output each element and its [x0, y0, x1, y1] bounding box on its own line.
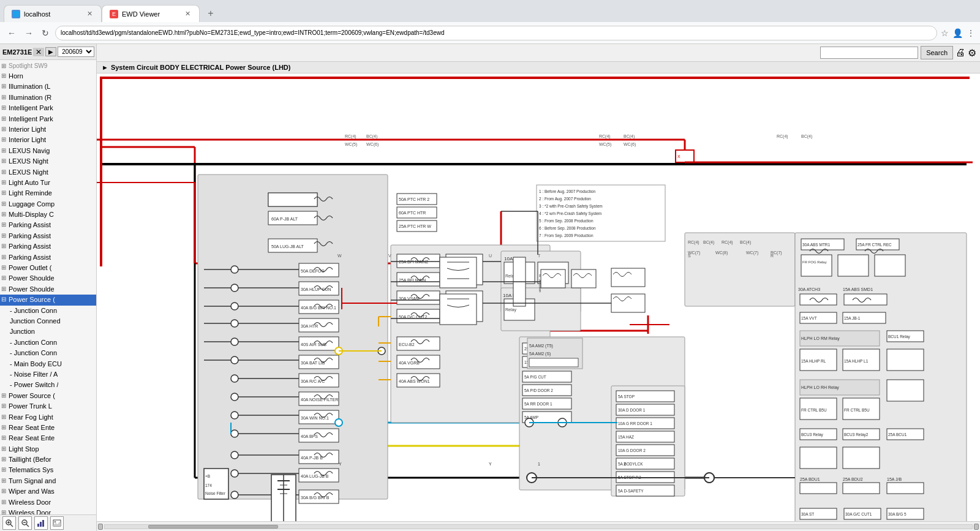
new-tab-button[interactable]: +	[202, 5, 219, 22]
sidebar-item-lexus-night1[interactable]: ⊞ LEXUS Night	[0, 156, 96, 167]
search-button[interactable]: Search	[921, 46, 953, 59]
expand-icon: ⊞	[1, 487, 7, 495]
svg-text:BC(4): BC(4)	[703, 240, 714, 245]
version-select[interactable]: 200609	[58, 47, 94, 57]
sidebar-item-multi-display[interactable]: ⊞ Multi-Display C	[0, 209, 96, 220]
zoom-out-button[interactable]	[18, 516, 32, 530]
light-stop-label: Light Stop	[9, 445, 39, 454]
sidebar-item-horn[interactable]: ⊞ Horn	[0, 71, 96, 81]
sidebar-item-stop-light[interactable]: ⊞ Light Stop	[0, 444, 96, 454]
print-icon[interactable]: 🖨	[956, 47, 965, 58]
sidebar-close-button[interactable]: ✕	[33, 48, 44, 56]
junction-conn-label: Junction Conned	[10, 317, 61, 326]
wiper-label: Wiper and Was	[9, 487, 55, 496]
forward-button[interactable]: →	[22, 27, 36, 39]
sidebar-item-intelligent-park1[interactable]: ⊞ Intelligent Park	[0, 103, 96, 113]
address-input[interactable]	[55, 26, 937, 40]
sidebar-item-parking2[interactable]: ⊞ Parking Assist	[0, 231, 96, 241]
sidebar-item-power-source2[interactable]: ⊞ Power Source (	[0, 391, 96, 401]
sidebar-item-rear-fog[interactable]: ⊞ Rear Fog Light	[0, 412, 96, 423]
sidebar-item-light-auto[interactable]: ⊞ Light Auto Tur	[0, 178, 96, 188]
sidebar-item-rear-seat2[interactable]: ⊞ Rear Seat Ente	[0, 433, 96, 443]
app-title: EM2731E	[2, 48, 32, 56]
scrollbar-thumb[interactable]	[148, 525, 278, 529]
sidebar-item-rear-seat1[interactable]: ⊞ Rear Seat Ente	[0, 423, 96, 433]
svg-text:40A B/G BRI NO.1: 40A B/G BRI NO.1	[301, 306, 336, 310]
sidebar-item-something[interactable]: ⊞ Spotlight SW9	[0, 61, 96, 71]
tab-close-localhost[interactable]: ✕	[86, 10, 94, 18]
sidebar-item-interior-light2[interactable]: ⊞ Interior Light	[0, 135, 96, 145]
sidebar-item-parking1[interactable]: ⊞ Parking Assist	[0, 220, 96, 230]
svg-text:25A PTC HTR W: 25A PTC HTR W	[399, 224, 431, 228]
zoom-in-button[interactable]	[2, 516, 16, 530]
expand-icon: ⊞	[1, 465, 7, 474]
reload-button[interactable]: ↻	[39, 27, 51, 39]
sidebar-nav-button[interactable]: ▶	[45, 47, 56, 56]
sidebar-item-parking4[interactable]: ⊞ Parking Assist	[0, 252, 96, 263]
chart-button[interactable]	[34, 516, 48, 530]
expand-icon: ⊞	[1, 104, 7, 112]
sidebar-item-junction-conn5[interactable]: - Junction Conn	[0, 348, 96, 358]
svg-text:WC(7): WC(7)	[746, 250, 758, 255]
sidebar-item-wiper[interactable]: ⊞ Wiper and Was	[0, 486, 96, 497]
sidebar-item-intelligent-park2[interactable]: ⊞ Intelligent Park	[0, 114, 96, 124]
sidebar-item-luggage[interactable]: ⊞ Luggage Comp	[0, 199, 96, 209]
sidebar-item-illumination-l[interactable]: ⊞ Illumination (L	[0, 81, 96, 92]
horizontal-scrollbar[interactable]	[97, 521, 980, 531]
sidebar-item-taillight[interactable]: ⊞ Taillight (Befor	[0, 454, 96, 465]
browser-chrome: 🌐 localhost ✕ E EWD Viewer ✕ + ← → ↻ ☆ 👤…	[0, 0, 980, 44]
sidebar-item-noise-filter[interactable]: - Noise Filter / A	[0, 369, 96, 380]
svg-point-149	[231, 451, 238, 459]
scroll-left-button[interactable]	[98, 524, 103, 530]
sidebar-item-junction-conn2[interactable]: Junction Conned	[0, 316, 96, 326]
expand-icon: ⊞	[1, 146, 7, 155]
scrollbar-track[interactable]	[104, 524, 973, 529]
svg-rect-190	[875, 255, 905, 276]
image-button[interactable]	[50, 516, 64, 530]
search-input[interactable]	[820, 47, 918, 59]
sidebar-item-illumination-r[interactable]: ⊞ Illumination (R	[0, 92, 96, 103]
scroll-right-button[interactable]	[974, 524, 979, 530]
svg-text:15A ABS SMD1: 15A ABS SMD1	[843, 287, 873, 292]
sidebar-item-parking3[interactable]: ⊞ Parking Assist	[0, 241, 96, 252]
sidebar-item-power-source[interactable]: ⊟ Power Source (	[0, 295, 96, 305]
back-button[interactable]: ←	[5, 27, 18, 39]
svg-text:5A RR DOOR 1: 5A RR DOOR 1	[524, 402, 552, 406]
settings-icon[interactable]: ⚙	[968, 47, 976, 59]
diagram-area[interactable]: 80A DJ-JB ALT 60A P-JB ALT 50A LUG-JB AL…	[97, 73, 980, 521]
sidebar-item-lexus-navi[interactable]: ⊞ LEXUS Navig	[0, 146, 96, 156]
sidebar-item-lexus-night2[interactable]: ⊞ LEXUS Night	[0, 167, 96, 178]
sidebar-item-wireless1[interactable]: ⊞ Wireless Door	[0, 497, 96, 508]
sidebar-item-wireless2[interactable]: ⊞ Wireless Door	[0, 508, 96, 514]
sidebar-bottom-toolbar	[0, 514, 96, 531]
svg-rect-221	[800, 447, 837, 469]
sidebar-item-telematics[interactable]: ⊞ Telematics Sys	[0, 465, 96, 475]
sidebar-item-main-body[interactable]: - Main Body ECU	[0, 359, 96, 369]
zoom-out-icon	[21, 519, 29, 527]
svg-text:60A P-JB ALT: 60A P-JB ALT	[271, 217, 298, 221]
sidebar-item-power-switch[interactable]: - Power Switch /	[0, 380, 96, 390]
bookmark-icon[interactable]: ☆	[941, 28, 949, 38]
sidebar-item-junction-conn3[interactable]: Junction	[0, 326, 96, 337]
expand-icon: ⊞	[1, 178, 7, 187]
sidebar-item-interior-light1[interactable]: ⊞ Interior Light	[0, 124, 96, 135]
menu-icon[interactable]: ⋮	[967, 28, 975, 38]
sidebar-item-power-trunk[interactable]: ⊞ Power Trunk L	[0, 401, 96, 412]
sidebar-item-junction-conn4[interactable]: - Junction Conn	[0, 337, 96, 348]
sidebar-item-power-shoulder1[interactable]: ⊞ Power Shoulde	[0, 273, 96, 284]
expand-icon: ⊞	[1, 93, 7, 102]
sidebar-item-power-shoulder2[interactable]: ⊞ Power Shoulde	[0, 284, 96, 295]
sidebar-item-light-remind[interactable]: ⊞ Light Reminde	[0, 188, 96, 198]
svg-rect-283	[529, 358, 578, 367]
sidebar-item-junction-conn1[interactable]: - Junction Conn	[0, 306, 96, 316]
svg-text:1: 1	[538, 462, 540, 466]
account-icon[interactable]: 👤	[952, 28, 963, 38]
tab-close-ewd[interactable]: ✕	[184, 10, 192, 18]
svg-text:RC(4): RC(4)	[777, 134, 788, 139]
svg-text:WC(5): WC(5)	[345, 142, 357, 147]
sidebar-item-turn-signal[interactable]: ⊞ Turn Signal and	[0, 476, 96, 486]
sidebar-item-power-outlet[interactable]: ⊞ Power Outlet (	[0, 263, 96, 273]
tab-ewd[interactable]: E EWD Viewer ✕	[102, 5, 200, 22]
tab-localhost[interactable]: 🌐 localhost ✕	[4, 5, 102, 22]
expand-icon: ⊞	[1, 253, 7, 262]
